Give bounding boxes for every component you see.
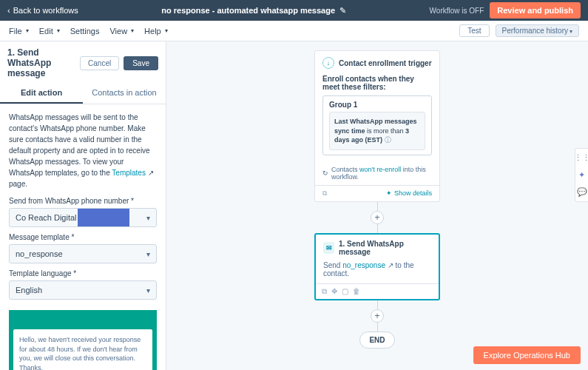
review-publish-button[interactable]: Review and publish bbox=[490, 2, 581, 18]
cancel-button[interactable]: Cancel bbox=[80, 56, 119, 70]
reenroll-text: ↻ Contacts won't re-enroll into this wor… bbox=[315, 161, 439, 185]
reenroll-link[interactable]: won't re-enroll bbox=[359, 166, 401, 173]
menu-help[interactable]: Help bbox=[144, 27, 168, 36]
back-label: Back to workflows bbox=[13, 6, 78, 15]
tab-contacts-in-action[interactable]: Contacts in action bbox=[83, 83, 166, 104]
phone-number-value: Co Reach Digital bbox=[16, 213, 77, 222]
tab-edit-action[interactable]: Edit action bbox=[0, 83, 83, 104]
info-icon[interactable]: ⓘ bbox=[385, 136, 391, 144]
help-text: WhatsApp messages will be sent to the co… bbox=[9, 112, 157, 189]
phone-number-select[interactable]: Co Reach Digital ▾ bbox=[9, 208, 157, 227]
panel-title: 1. Send WhatsApp message bbox=[7, 47, 80, 78]
menu-settings[interactable]: Settings bbox=[70, 27, 100, 36]
message-preview: Hello, we haven't received your response… bbox=[9, 310, 157, 370]
end-node: END bbox=[359, 332, 395, 349]
language-label: Template language * bbox=[9, 269, 157, 278]
action-toolbar: ⧉ ✥ ▢ 🗑 bbox=[316, 283, 439, 299]
chevron-down-icon: ▾ bbox=[146, 214, 150, 222]
trigger-subtitle: Enroll contacts when they meet these fil… bbox=[322, 75, 432, 91]
move-icon[interactable]: ✥ bbox=[331, 287, 337, 296]
chevron-down-icon: ▾ bbox=[146, 250, 150, 258]
chat-icon[interactable]: 💬 bbox=[577, 187, 587, 197]
group-title: Group 1 bbox=[329, 101, 425, 109]
menu-file[interactable]: File bbox=[9, 27, 29, 36]
sparkle-icon[interactable]: ✦ bbox=[578, 170, 585, 180]
performance-history-button[interactable]: Performance history bbox=[496, 24, 579, 37]
delete-icon[interactable]: 🗑 bbox=[353, 287, 360, 296]
menu-bar: File Edit Settings View Help Test Perfor… bbox=[0, 21, 588, 41]
phone-number-label: Send from WhatsApp phone number * bbox=[9, 197, 157, 205]
add-step-button[interactable]: + bbox=[371, 309, 384, 323]
chevron-left-icon: ‹ bbox=[7, 6, 10, 15]
panel-tabs: Edit action Contacts in action bbox=[0, 83, 166, 104]
side-rail: ⋮⋮ ✦ 💬 bbox=[575, 148, 588, 202]
language-value: English bbox=[16, 286, 42, 295]
test-button[interactable]: Test bbox=[459, 24, 489, 37]
note-icon[interactable]: ▢ bbox=[342, 287, 348, 296]
grid-icon[interactable]: ⋮⋮ bbox=[574, 153, 589, 163]
template-select[interactable]: no_response ▾ bbox=[9, 244, 157, 263]
add-step-button[interactable]: + bbox=[371, 211, 384, 224]
workflow-status: Workflow is OFF bbox=[430, 7, 484, 15]
template-value: no_response bbox=[16, 249, 63, 258]
explore-operations-hub-button[interactable]: Explore Operations Hub bbox=[473, 346, 581, 364]
workflow-title-area: no response - automated whatsapp message… bbox=[78, 6, 430, 16]
trigger-title: Contact enrollment trigger bbox=[339, 59, 432, 67]
menu-edit[interactable]: Edit bbox=[39, 27, 60, 36]
filter-condition: Last WhatsApp messages sync time is more… bbox=[329, 112, 425, 150]
enrollment-icon: ↓ bbox=[322, 57, 334, 69]
copy-icon[interactable]: ⧉ bbox=[322, 189, 327, 198]
chevron-down-icon: ▾ bbox=[146, 286, 150, 295]
action-description: Send no_response ↗ to the contact. bbox=[316, 261, 439, 283]
templates-link[interactable]: Templates bbox=[112, 169, 146, 177]
menu-view[interactable]: View bbox=[109, 27, 134, 36]
workflow-title: no response - automated whatsapp message bbox=[161, 6, 335, 15]
reenroll-icon: ↻ bbox=[322, 169, 328, 177]
top-bar: ‹ Back to workflows no response - automa… bbox=[0, 0, 588, 21]
preview-message-text: Hello, we haven't received your response… bbox=[13, 329, 152, 370]
edit-panel: 1. Send WhatsApp message Cancel Save Edi… bbox=[0, 41, 166, 370]
copy-icon[interactable]: ⧉ bbox=[322, 287, 327, 296]
external-link-icon: ↗ bbox=[148, 169, 154, 177]
show-details-link[interactable]: ✦ Show details bbox=[386, 189, 432, 197]
workflow-canvas[interactable]: ↓ Contact enrollment trigger Enroll cont… bbox=[166, 41, 588, 370]
template-label: Message template * bbox=[9, 233, 157, 241]
selection-highlight bbox=[78, 209, 129, 226]
action-title: 1. Send WhatsApp message bbox=[339, 240, 431, 256]
save-button[interactable]: Save bbox=[124, 56, 158, 70]
edit-title-icon[interactable]: ✎ bbox=[339, 6, 346, 16]
language-select[interactable]: English ▾ bbox=[9, 280, 157, 300]
send-whatsapp-action-node[interactable]: ✉ 1. Send WhatsApp message Send no_respo… bbox=[314, 233, 440, 300]
external-link-icon: ↗ bbox=[388, 261, 393, 269]
back-to-workflows-link[interactable]: ‹ Back to workflows bbox=[7, 6, 78, 15]
message-icon: ✉ bbox=[323, 242, 334, 254]
filter-group[interactable]: Group 1 Last WhatsApp messages sync time… bbox=[322, 95, 432, 155]
template-link[interactable]: no_response bbox=[342, 261, 385, 269]
enrollment-trigger-node[interactable]: ↓ Contact enrollment trigger Enroll cont… bbox=[314, 50, 440, 202]
